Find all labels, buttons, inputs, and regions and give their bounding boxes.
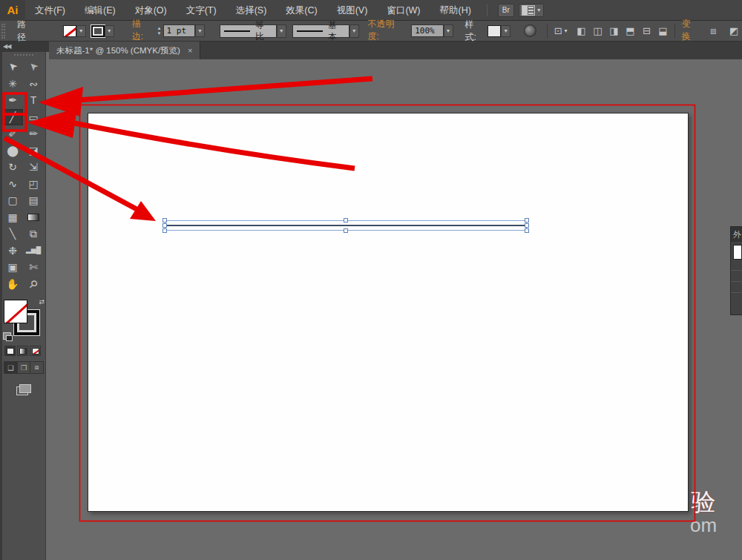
vertical-align-top-icon[interactable]: ⬒ — [622, 24, 638, 39]
fill-control[interactable]: ▼ — [63, 25, 86, 37]
screen-mode-icon[interactable] — [16, 384, 31, 395]
panel-row-divider — [731, 270, 742, 271]
menu-select[interactable]: 选择(S) — [226, 0, 277, 21]
document-tab[interactable]: 未标题-1* @ 150% (CMYK/预览) × — [49, 42, 200, 59]
transform-extra-buttons: ⧈◩ — [705, 24, 742, 39]
lasso-tool[interactable]: ∾ — [23, 76, 44, 93]
width-profile-dropdown[interactable]: 等比 — [220, 24, 277, 38]
align-to-dropdown[interactable]: ⊡ ▾ — [551, 24, 571, 39]
artboard-tool[interactable]: ▣ — [2, 259, 23, 276]
swap-fill-stroke-icon[interactable]: ⇄ — [39, 298, 45, 306]
column-graph-tool[interactable]: ▂▅█ — [23, 243, 44, 260]
selection-tool[interactable]: ➤ — [2, 59, 23, 76]
tools-panel-grip[interactable] — [14, 54, 33, 56]
stroke-panel-link[interactable]: 描边: — [132, 18, 152, 44]
transform-panel-link[interactable]: 变换 — [681, 18, 699, 44]
pencil-tool[interactable]: ✏ — [23, 125, 44, 142]
eyedropper-tool[interactable]: ╲ — [2, 225, 23, 243]
tool-grid: ➤➤✳∾✒T╱▭✐✏⬤◪↻⇲∿◰▢▤▦╲⧉❉▂▅█▣✄✋⚲ — [2, 59, 45, 292]
menu-edit[interactable]: 编辑(E) — [75, 0, 125, 21]
blend-tool[interactable]: ⧉ — [23, 225, 44, 243]
opacity-panel-link[interactable]: 不透明度: — [368, 18, 406, 44]
stepper-up-icon[interactable]: ▲ — [157, 26, 162, 31]
width-tool[interactable]: ∿ — [2, 176, 23, 193]
rotate-tool[interactable]: ↻ — [2, 159, 23, 176]
paint-buttons — [4, 346, 43, 356]
divider — [674, 24, 675, 39]
fill-stroke-cluster: ⇄ — [3, 298, 45, 340]
stroke-weight-dropdown[interactable]: ▼ — [195, 24, 205, 37]
fill-indicator[interactable] — [4, 300, 27, 323]
chevron-down-icon[interactable]: ▼ — [105, 25, 114, 37]
recolor-artwork-icon[interactable] — [524, 24, 536, 37]
color-button[interactable] — [4, 346, 16, 356]
horizontal-align-left-icon[interactable]: ◧ — [573, 24, 589, 39]
rectangle-tool[interactable]: ▭ — [23, 109, 44, 126]
horizontal-align-center-icon[interactable]: ◫ — [589, 24, 605, 39]
arrow-shape-icon[interactable]: ◩ — [726, 24, 742, 39]
menu-help[interactable]: 帮助(H) — [430, 0, 481, 21]
tools-dock-collapse[interactable]: ◀◀ — [0, 42, 49, 52]
style-dropdown[interactable]: ▼ — [501, 25, 510, 37]
horizontal-align-right-icon[interactable]: ◨ — [605, 24, 622, 39]
stroke-swatch — [91, 25, 105, 37]
pen-tool[interactable]: ✒ — [2, 92, 23, 109]
gradient-swatch-icon — [19, 348, 27, 355]
scale-tool[interactable]: ⇲ — [23, 159, 44, 176]
draw-behind-mode[interactable]: ❒ — [18, 362, 31, 373]
style-swatch[interactable] — [487, 25, 501, 37]
stepper-down-icon[interactable]: ▼ — [157, 31, 162, 36]
gradient-button[interactable] — [17, 346, 28, 356]
chevron-down-icon[interactable]: ▼ — [76, 25, 86, 37]
shape-builder-tool[interactable]: ▢ — [2, 192, 23, 209]
draw-normal-mode[interactable]: ❑ — [4, 362, 18, 373]
color-swatch-icon — [7, 348, 14, 355]
opacity-dropdown[interactable]: ▼ — [444, 24, 453, 37]
perspective-grid-tool[interactable]: ▤ — [23, 192, 44, 209]
chevron-down-icon[interactable]: ▼ — [349, 24, 359, 38]
menu-effect[interactable]: 效果(C) — [276, 0, 326, 21]
vertical-align-center-icon[interactable]: ⊟ — [638, 24, 654, 39]
panel-row-divider — [731, 281, 742, 282]
divider — [547, 24, 548, 39]
partial-floating-panel[interactable]: 外 — [730, 226, 742, 315]
chevron-down-icon: ▾ — [537, 7, 540, 13]
menu-items: 文件(F)编辑(E)对象(O)文字(T)选择(S)效果(C)视图(V)窗口(W)… — [25, 0, 481, 21]
brush-value: 基本 — [328, 20, 345, 42]
direct-selection-tool[interactable]: ➤ — [23, 59, 44, 76]
annotation-arrow-pen — [39, 79, 372, 116]
eraser-tool[interactable]: ◪ — [23, 142, 44, 159]
blob-brush-tool[interactable]: ⬤ — [2, 142, 23, 159]
draw-inside-mode[interactable]: ⧈ — [30, 362, 43, 373]
hand-tool[interactable]: ✋ — [2, 276, 23, 293]
brush-definition-dropdown[interactable]: 基本 — [292, 24, 349, 38]
paintbrush-tool[interactable]: ✐ — [2, 125, 23, 142]
type-tool[interactable]: T — [23, 92, 44, 109]
close-icon[interactable]: × — [188, 46, 192, 55]
vertical-align-bottom-icon[interactable]: ⬓ — [654, 24, 671, 39]
gradient-tool[interactable] — [23, 209, 44, 226]
line-segment-tool[interactable]: ╱ — [2, 109, 23, 126]
menu-type[interactable]: 文字(T) — [177, 0, 226, 21]
stroke-color-control[interactable]: ▼ — [91, 25, 114, 37]
slice-tool[interactable]: ✄ — [23, 259, 44, 276]
stroke-weight-input[interactable]: 1 pt — [163, 24, 196, 37]
workspace-layout-icon — [522, 5, 535, 16]
chevron-down-icon[interactable]: ▼ — [277, 24, 286, 38]
mesh-tool[interactable]: ▦ — [2, 209, 23, 226]
zoom-tool[interactable]: ⚲ — [23, 276, 44, 293]
stroke-weight-stepper[interactable]: ▲ ▼ — [157, 24, 162, 38]
magic-wand-tool[interactable]: ✳ — [2, 76, 23, 93]
bridge-button[interactable]: Br — [498, 4, 514, 17]
opacity-input[interactable]: 100% — [411, 24, 444, 37]
menu-file[interactable]: 文件(F) — [25, 0, 75, 21]
symbol-sprayer-tool[interactable]: ❉ — [2, 243, 23, 260]
bounding-box-icon[interactable]: ⧈ — [705, 24, 721, 39]
artboard[interactable] — [88, 113, 689, 512]
context-label: 路径 — [17, 19, 35, 44]
free-transform-tool[interactable]: ◰ — [23, 176, 44, 193]
workspace-button[interactable]: ▾ — [519, 4, 544, 17]
control-bar-grip[interactable] — [1, 24, 5, 39]
default-fill-stroke-icon[interactable] — [3, 332, 11, 340]
none-button[interactable] — [30, 346, 41, 356]
